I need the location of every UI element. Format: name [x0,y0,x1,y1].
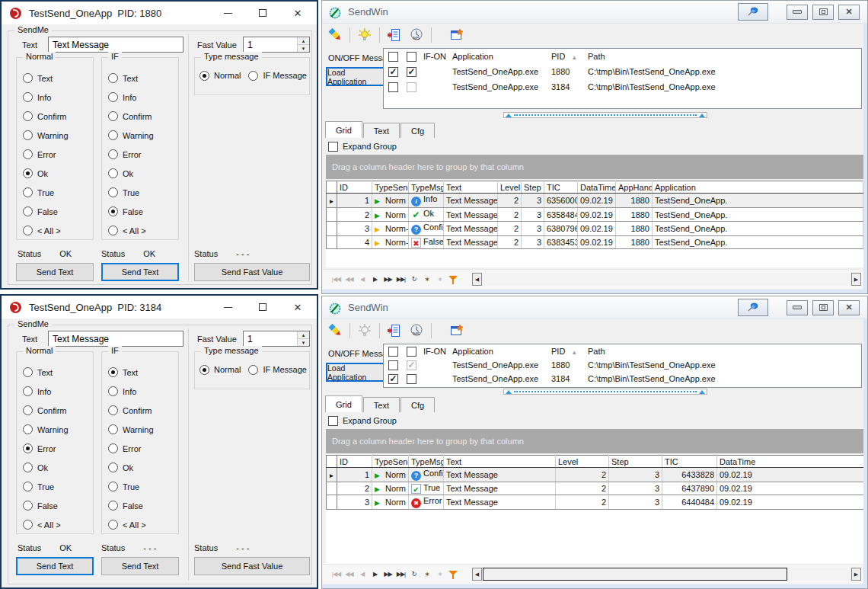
ifon-checkbox[interactable] [407,374,416,384]
nav-button[interactable]: ▶▶| [395,274,407,286]
application-header[interactable]: Application [449,344,548,358]
send-text-button-if[interactable]: Send Text [101,557,179,575]
ms-timer-tool-button[interactable]: MS [407,26,426,44]
column-header[interactable]: TIC [662,456,717,468]
column-header[interactable]: Step [522,181,544,194]
title-bar[interactable]: TestSend_OneApp PID: 1880 [2,2,317,24]
radio-option[interactable]: False [17,202,93,221]
load-application-button[interactable]: Load Application [326,363,385,382]
load-application-button[interactable]: Load Application [326,67,385,86]
fast-value-input[interactable] [244,37,297,52]
fast-value-stepper[interactable] [243,331,310,347]
ifon-all-checkbox[interactable] [407,347,416,357]
eraser-tool-button[interactable] [326,26,344,44]
ifon-all-checkbox[interactable] [407,52,416,62]
radio-option[interactable]: < All > [17,515,93,534]
tab[interactable]: Cfg [400,123,435,138]
scrollbar-thumb[interactable] [483,568,787,581]
radio-option[interactable]: Confirm [17,107,93,126]
minimize-button[interactable] [222,302,233,312]
radio-option[interactable]: Warning [102,126,178,145]
radio-option[interactable]: Ok [17,164,93,183]
pin-button[interactable] [738,299,768,316]
send-text-button-normal[interactable]: Send Text [16,557,94,575]
radio-option[interactable]: True [102,477,178,496]
filter-button[interactable] [447,274,458,286]
ifon-header[interactable]: IF-ON [420,344,449,358]
radio-option[interactable]: False [102,496,178,515]
radio-option[interactable]: True [17,183,93,202]
tab[interactable]: Grid [325,395,362,412]
spin-down-icon[interactable] [298,44,309,52]
radio-option[interactable]: Text [17,363,93,382]
nav-button[interactable]: ▶▶ [382,274,394,286]
radio-option[interactable]: Warning [17,126,93,145]
new-window-tool-button[interactable] [448,26,466,44]
nav-button[interactable]: ∗ [421,274,432,286]
nav-button[interactable]: ▶▶| [395,568,407,581]
pid-header[interactable]: PID▲ [548,49,585,64]
nav-button[interactable]: ▶ [369,274,381,286]
minimize-button[interactable] [787,300,808,315]
on-checkbox[interactable] [388,67,398,77]
splitter-handle[interactable] [503,389,707,395]
splitter-handle[interactable] [503,112,707,118]
title-bar[interactable]: TestSend_OneApp PID: 3184 [2,296,317,319]
tab[interactable]: Text [363,123,400,138]
nav-button[interactable]: ◀ [356,568,368,581]
nav-button[interactable]: ∗ [421,568,432,581]
tab[interactable]: Grid [325,121,362,138]
radio-option[interactable]: IF Message [248,67,306,84]
radio-option[interactable]: Error [17,145,93,164]
radio-option[interactable]: Error [102,439,178,458]
radio-option[interactable]: True [102,183,178,202]
on-checkbox[interactable] [388,360,398,370]
nav-button[interactable]: ↻ [408,274,420,286]
expand-group-checkbox[interactable] [328,416,338,426]
fast-value-input[interactable] [244,331,297,346]
radio-option[interactable]: Ok [17,458,93,477]
radio-option[interactable]: IF Message [248,361,306,378]
column-header[interactable]: TypeMsg [409,181,444,194]
nav-button[interactable]: ◀◀ [343,274,355,286]
horizontal-scrollbar[interactable] [472,568,861,581]
title-bar[interactable]: SendWin [322,296,867,319]
on-all-checkbox[interactable] [388,347,398,357]
radio-option[interactable]: < All > [102,515,178,534]
title-bar[interactable]: SendWin [322,1,867,24]
text-message-input[interactable] [48,37,183,53]
radio-option[interactable]: Info [17,382,93,401]
radio-option[interactable]: Normal [199,67,241,84]
radio-option[interactable]: < All > [17,221,93,240]
ifon-checkbox[interactable] [407,82,416,92]
nav-button[interactable]: ▶ [369,568,381,581]
spin-up-icon[interactable] [298,37,309,44]
column-header[interactable]: ID [337,456,372,468]
spin-up-icon[interactable] [298,331,309,338]
ifon-checkbox[interactable] [407,360,416,370]
nav-button[interactable]: |◀◀ [330,568,342,581]
pin-button[interactable] [738,3,768,21]
column-header[interactable]: DataTime [578,181,616,194]
column-header[interactable]: Application [653,181,863,194]
nav-button[interactable]: |◀◀ [330,274,342,286]
radio-option[interactable]: Confirm [102,107,178,126]
grid-row[interactable]: 1 Norm Info Text Message 2 3 6356000 09.… [327,194,863,208]
nav-button[interactable]: ∗ [434,274,445,286]
new-window-tool-button[interactable] [448,322,466,340]
nav-button[interactable]: ▶▶ [382,568,394,581]
on-checkbox[interactable] [388,374,398,384]
maximize-button[interactable] [257,8,268,18]
path-header[interactable]: Path [585,49,861,64]
tab[interactable]: Text [363,397,400,412]
application-row[interactable]: TestSend_OneApp.exe 1880 C:\tmp\Bin\Test… [384,64,861,79]
radio-option[interactable]: Info [17,88,93,107]
report-tool-button[interactable] [385,26,404,44]
grid-row[interactable]: 3 Norm-If Confirm Text Message 2 3 63807… [327,222,863,236]
column-header[interactable]: TypeMsg [409,456,444,468]
path-header[interactable]: Path [585,344,861,358]
application-row[interactable]: TestSend_OneApp.exe 3184 C:\tmp\Bin\Test… [384,79,861,94]
send-text-button-if[interactable]: Send Text [101,263,179,281]
column-header[interactable]: TIC [544,181,578,194]
eraser-tool-button[interactable] [326,322,344,340]
